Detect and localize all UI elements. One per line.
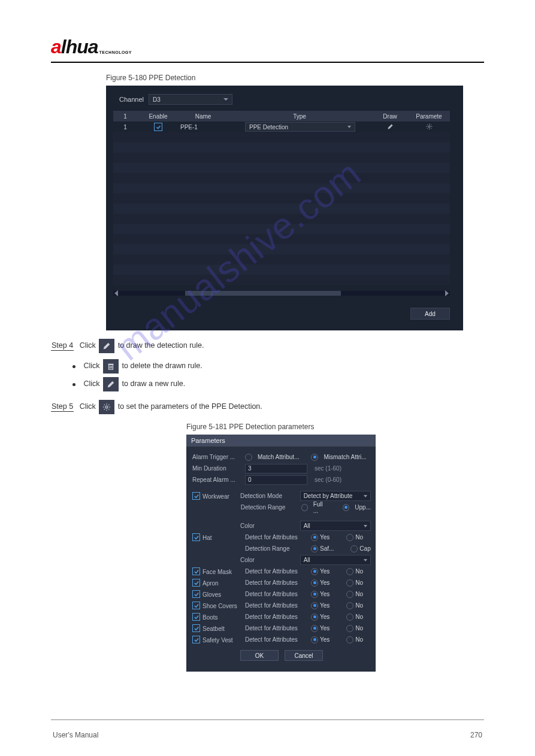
gear-icon[interactable] [426,125,433,131]
chevron-down-icon [364,525,367,527]
step-5-text-a: Click [80,402,96,411]
check-icon [156,125,161,130]
hat-color-label: Color [240,557,297,563]
detection-mode-value: Detect by Attribute [304,493,353,499]
shoe-checkbox[interactable] [192,602,200,609]
dialog-title: Parameters [186,435,376,447]
vest-yes-radio[interactable] [311,636,318,643]
hat-yes-label: Yes [320,534,330,541]
svg-line-6 [430,127,431,128]
empty-rows [113,132,450,285]
safety-radio[interactable] [311,545,318,552]
facemask-yes-radio[interactable] [311,568,318,575]
apron-dfa-label: Detect for Attributes [245,579,307,586]
hat-color-select[interactable]: All [300,555,371,565]
gloves-no-radio[interactable] [346,591,353,598]
workwear-label: Workwear [202,493,229,500]
vest-label: Safety Vest [202,637,233,643]
page-number: 270 [470,731,482,739]
channel-label: Channel [119,96,144,103]
row-index: 1 [113,124,137,130]
facemask-checkbox[interactable] [192,567,200,575]
figure2-caption: Figure 5-181 PPE Detection parameters [186,423,484,431]
vest-dfa-label: Detect for Attributes [245,636,307,643]
boots-checkbox[interactable] [192,613,200,621]
svg-line-20 [108,409,109,409]
min-duration-input[interactable]: 3 [245,464,307,473]
repeat-alarm-input[interactable]: 0 [245,475,307,485]
seatbelt-no-radio[interactable] [346,625,353,632]
pencil-icon [99,339,114,353]
bullet-2-a: Click [83,379,99,388]
bullet-2: Click to draw a new rule. [72,377,484,391]
col-param: Paramete [408,113,450,120]
detection-mode-select[interactable]: Detect by Attribute [300,491,371,501]
type-value: PPE Detection [249,124,288,130]
vest-no-radio[interactable] [346,636,353,643]
seatbelt-yes-radio[interactable] [311,625,318,632]
workwear-checkbox[interactable] [192,492,200,500]
parameters-dialog: Parameters Alarm Trigger ... Match Attri… [186,435,376,672]
seatbelt-dfa-label: Detect for Attributes [245,625,307,631]
full-radio[interactable] [301,504,308,511]
boots-yes-radio[interactable] [311,614,318,621]
bullet-dot-icon [72,383,75,386]
gloves-yes-radio[interactable] [311,591,318,598]
step-4: Step 4 Click to draw the detection rule. [51,339,484,353]
pencil-icon[interactable] [387,125,394,131]
add-button[interactable]: Add [410,308,450,320]
shoe-yes-radio[interactable] [311,602,318,609]
boots-no-radio[interactable] [346,614,353,621]
vest-checkbox[interactable] [192,636,200,643]
row-name: PPE-1 [179,124,228,130]
figure1-caption: Figure 5-180 PPE Detection [106,74,484,82]
hat-range-label: Detection Range [245,545,307,552]
match-radio[interactable] [245,454,252,461]
repeat-alarm-label: Repeat Alarm ... [192,476,241,483]
type-select[interactable]: PPE Detection [245,122,355,132]
boots-label: Boots [202,614,218,621]
scroll-thumb[interactable] [185,291,341,296]
hat-no-radio[interactable] [346,534,353,541]
apron-no-radio[interactable] [346,579,353,587]
cap-radio[interactable] [350,545,358,552]
svg-line-21 [104,409,105,409]
bullet-1: Click to delete the drawn rule. [72,359,484,374]
col-name: Name [179,113,227,120]
channel-select[interactable]: D3 [149,94,232,105]
upper-label: Upp... [355,504,371,511]
scroll-right-arrow-icon[interactable] [445,290,449,296]
shoe-dfa-label: Detect for Attributes [245,602,307,609]
cancel-button[interactable]: Cancel [285,650,323,661]
hat-color-value: All [304,557,310,563]
ok-button[interactable]: OK [240,650,279,661]
upper-radio[interactable] [343,504,349,511]
step-4-label: Step 4 [51,341,74,351]
table-row[interactable]: 1 PPE-1 PPE Detection [113,122,450,132]
seatbelt-checkbox[interactable] [192,624,200,632]
hat-yes-radio[interactable] [311,534,318,541]
gloves-checkbox[interactable] [192,590,200,598]
detection-mode-label: Detection Mode [240,493,297,499]
safety-label: Saf... [320,545,334,552]
match-label: Match Attribut... [258,454,299,460]
workwear-color-select[interactable]: All [300,521,371,531]
svg-line-8 [430,125,431,125]
hat-checkbox[interactable] [192,533,200,541]
svg-line-19 [104,405,105,405]
step-4-text-a: Click [80,341,96,350]
horizontal-scrollbar[interactable] [113,291,450,296]
shoe-label: Shoe Covers [202,603,237,609]
enable-checkbox[interactable] [154,123,162,131]
apron-yes-radio[interactable] [311,579,318,587]
scroll-left-arrow-icon[interactable] [114,290,118,296]
mismatch-radio[interactable] [311,454,318,461]
chevron-down-icon [364,495,367,497]
facemask-no-radio[interactable] [346,568,353,575]
shoe-no-radio[interactable] [346,602,353,609]
cap-label: Cap [359,545,370,552]
apron-checkbox[interactable] [192,579,200,587]
col-type: Type [227,113,372,120]
step-5-text-b: to set the parameters of the PPE Detecti… [118,402,262,411]
chevron-down-icon [223,98,228,101]
